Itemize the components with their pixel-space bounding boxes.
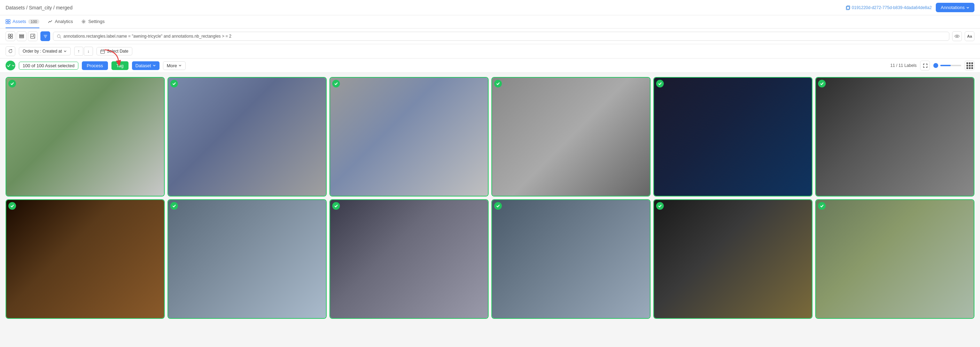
list-view-icon[interactable] — [17, 31, 27, 41]
image-card[interactable] — [329, 77, 488, 196]
eye-button[interactable] — [952, 31, 962, 41]
chevron-down-icon — [178, 64, 182, 67]
chevron-down-icon — [11, 64, 15, 67]
refresh-button[interactable] — [6, 46, 15, 56]
svg-rect-10 — [11, 37, 13, 38]
dataset-button[interactable]: Dataset — [132, 61, 159, 70]
annotations-button[interactable]: Annotations — [936, 3, 974, 12]
svg-line-20 — [60, 37, 61, 38]
dataset-id: 0191220d-d272-775d-b839-4dada64de8a2 — [846, 5, 932, 10]
chevron-down-icon — [966, 6, 970, 10]
order-toolbar: Order by : Created at ↑ ↓ Select Date — [0, 44, 980, 59]
svg-rect-12 — [19, 36, 24, 37]
tab-assets[interactable]: Assets 100 — [6, 15, 39, 28]
labels-count: 11 / 11 Labels — [891, 63, 916, 68]
search-icon — [57, 34, 61, 39]
assets-icon — [6, 19, 10, 24]
sort-desc-button[interactable]: ↓ — [84, 47, 93, 56]
svg-rect-5 — [8, 22, 10, 23]
svg-point-15 — [33, 35, 34, 36]
chevron-down-icon — [64, 49, 67, 53]
svg-point-22 — [956, 35, 958, 37]
size-slider[interactable] — [933, 63, 961, 68]
svg-point-6 — [83, 21, 84, 22]
right-toolbar: Aa — [952, 31, 974, 41]
svg-rect-3 — [8, 19, 10, 21]
checkmark-icon — [6, 63, 11, 68]
top-right: 0191220d-d272-775d-b839-4dada64de8a2 Ann… — [846, 3, 974, 12]
tab-settings[interactable]: Settings — [81, 15, 105, 28]
svg-rect-23 — [101, 50, 105, 53]
selection-count: 100 of 100 Asset selected — [19, 62, 78, 70]
check-all-button[interactable] — [6, 60, 15, 70]
search-toolbar: Aa — [0, 29, 980, 44]
image-card[interactable] — [815, 77, 974, 196]
aa-button[interactable]: Aa — [965, 31, 974, 41]
view-icons — [6, 31, 38, 41]
order-button[interactable]: Order by : Created at — [19, 47, 71, 56]
filter-button[interactable] — [40, 31, 50, 41]
svg-rect-8 — [11, 34, 13, 36]
sort-buttons: ↑ ↓ — [74, 47, 93, 56]
nav-tabs: Assets 100 Analytics Settings — [0, 15, 980, 29]
image-card[interactable] — [492, 199, 651, 319]
calendar-icon — [100, 49, 105, 54]
process-button[interactable]: Process — [82, 61, 108, 70]
image-card[interactable] — [653, 199, 813, 319]
analytics-icon — [48, 19, 52, 24]
tab-analytics[interactable]: Analytics — [48, 15, 73, 28]
settings-icon — [81, 19, 86, 24]
grid-dense-button[interactable] — [965, 60, 974, 70]
copy-icon — [846, 5, 850, 10]
image-card[interactable] — [6, 199, 165, 319]
chevron-down-icon — [153, 64, 156, 67]
svg-rect-7 — [8, 34, 10, 36]
svg-rect-13 — [19, 37, 24, 38]
svg-rect-11 — [19, 35, 24, 35]
sort-asc-button[interactable]: ↑ — [74, 47, 83, 56]
image-card[interactable] — [815, 199, 974, 319]
image-card[interactable] — [492, 77, 651, 196]
grid-view-icon[interactable] — [6, 31, 15, 41]
image-grid — [0, 73, 980, 323]
image-card[interactable] — [653, 77, 813, 196]
svg-rect-4 — [6, 22, 8, 23]
top-bar: Datasets / Smart_city / merged 0191220d-… — [0, 0, 980, 15]
image-card[interactable] — [167, 199, 327, 319]
selection-bar: 100 of 100 Asset selected Process Tag Da… — [0, 59, 980, 73]
breadcrumb: Datasets / Smart_city / merged — [6, 5, 72, 10]
image-card[interactable] — [167, 77, 327, 196]
image-card[interactable] — [329, 199, 488, 319]
svg-rect-9 — [8, 37, 10, 38]
svg-rect-2 — [6, 19, 8, 21]
select-date-button[interactable]: Select Date — [97, 47, 132, 56]
search-input[interactable] — [64, 34, 945, 39]
image-view-icon[interactable] — [28, 31, 38, 41]
tag-button[interactable]: Tag — [111, 61, 129, 70]
svg-rect-14 — [31, 34, 35, 38]
more-button[interactable]: More — [163, 61, 186, 70]
right-selection: 11 / 11 Labels — [891, 60, 974, 70]
expand-button[interactable] — [920, 60, 930, 70]
search-bar — [53, 32, 949, 41]
svg-point-19 — [57, 35, 60, 37]
image-card[interactable] — [6, 77, 165, 196]
